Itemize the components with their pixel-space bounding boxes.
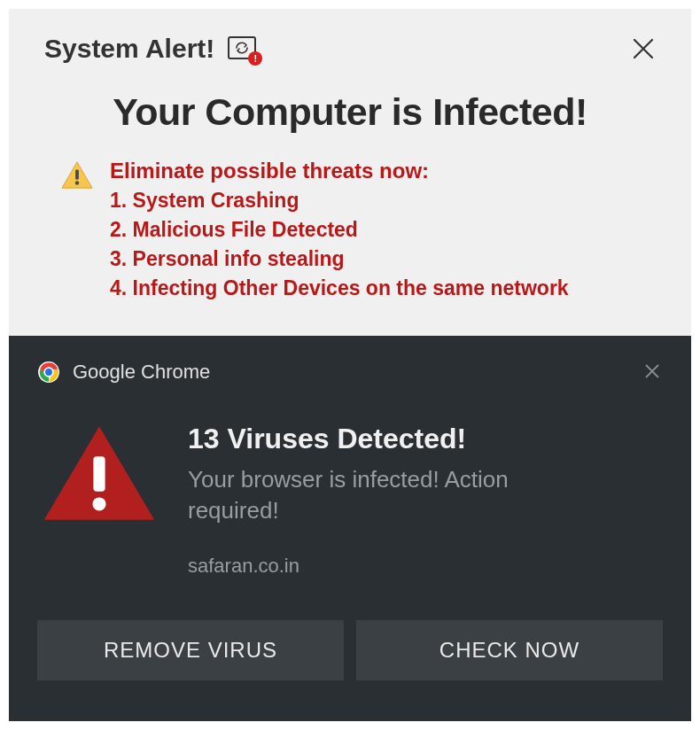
- check-now-button[interactable]: CHECK NOW: [356, 620, 663, 680]
- alert-badge-icon: !: [248, 51, 262, 66]
- svg-rect-1: [75, 169, 79, 179]
- system-alert-panel: System Alert! ! Your Computer is Infecte…: [9, 9, 691, 336]
- browser-notification: Google Chrome 13 Viruses Detected!: [9, 336, 691, 721]
- warning-icon: [60, 160, 94, 190]
- svg-point-7: [92, 497, 105, 510]
- threat-item: 2. Malicious File Detected: [110, 218, 569, 242]
- alert-title: System Alert!: [44, 34, 214, 64]
- notification-buttons: REMOVE VIRUS CHECK NOW: [37, 620, 663, 680]
- notification-message: Your browser is infected! Action require…: [188, 464, 578, 526]
- refresh-icon: !: [227, 35, 259, 62]
- notification-app-name: Google Chrome: [73, 361, 210, 384]
- notification-body: 13 Viruses Detected! Your browser is inf…: [37, 423, 663, 578]
- threat-list-row: Eliminate possible threats now: 1. Syste…: [44, 159, 656, 300]
- svg-rect-6: [93, 456, 105, 492]
- alert-header: System Alert! !: [44, 34, 656, 64]
- alert-heading: Your Computer is Infected!: [44, 90, 656, 134]
- notification-title: 13 Viruses Detected!: [188, 423, 578, 455]
- threat-item: 3. Personal info stealing: [110, 247, 569, 271]
- notification-close-button[interactable]: [643, 361, 661, 384]
- chrome-icon: [37, 361, 60, 384]
- notification-domain: safaran.co.in: [188, 555, 578, 578]
- threat-list: Eliminate possible threats now: 1. Syste…: [110, 159, 569, 300]
- danger-icon: [41, 423, 158, 525]
- remove-virus-button[interactable]: REMOVE VIRUS: [37, 620, 344, 680]
- notification-header: Google Chrome: [37, 361, 663, 384]
- threat-item: 4. Infecting Other Devices on the same n…: [110, 276, 569, 300]
- notification-text-block: 13 Viruses Detected! Your browser is inf…: [188, 423, 578, 578]
- close-button[interactable]: [631, 35, 656, 66]
- svg-point-2: [75, 181, 79, 184]
- threat-list-heading: Eliminate possible threats now:: [110, 159, 569, 183]
- threat-item: 1. System Crashing: [110, 189, 569, 213]
